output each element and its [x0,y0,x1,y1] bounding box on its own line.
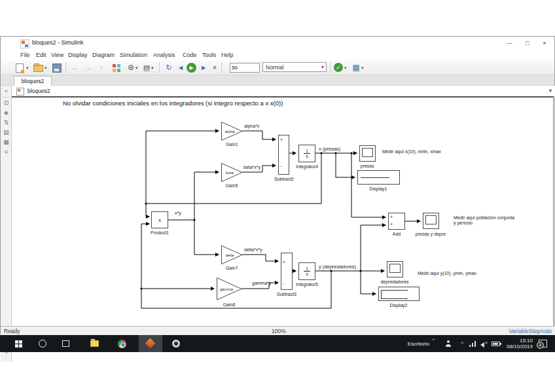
hide-browser-icon[interactable]: « [1,88,12,94]
tab-bar: bloques2 [1,75,554,86]
gain7-param: delta [222,245,238,265]
save-button[interactable] [50,62,62,73]
menu-edit[interactable]: Edit [36,52,46,58]
presas-y-depre-scope-block[interactable] [423,213,439,229]
taskbar-clock[interactable]: 15:10 08/10/2019 [507,338,533,349]
breadcrumb-model[interactable]: bloques2 [27,88,50,94]
window-title: bloques2 - Simulink [32,39,84,46]
presas-scope-block[interactable] [359,145,376,162]
close-button[interactable]: × [537,38,552,48]
model-advisor-check-button[interactable]: ✓ [333,62,345,73]
status-solver-link[interactable]: VariableStepAuto [509,328,552,334]
action-center-icon[interactable]: 2 [539,340,547,347]
toolbar-separator [330,62,331,73]
new-model-dropdown-icon[interactable]: ▾ [26,65,29,71]
maximize-button[interactable]: □ [520,38,535,48]
menu-code[interactable]: Code [183,52,197,58]
sim-mode-select[interactable]: Normal ▾ [262,62,327,72]
stop-icon[interactable]: ■ [209,62,221,73]
depredadores-scope-block[interactable] [387,261,403,277]
forward-icon[interactable]: → [82,62,94,73]
stop-time-input[interactable] [230,63,260,73]
image-icon[interactable]: ▦ [1,139,12,145]
signal-x-presas: x (presas) [319,146,340,152]
check-dropdown-icon[interactable]: ▾ [344,65,347,71]
add-label: Add [393,232,401,236]
cortana-search-button[interactable] [33,335,52,352]
start-button[interactable] [9,335,29,352]
product1-block[interactable]: x [151,211,168,228]
volume-muted-icon[interactable]: × [480,341,488,347]
menu-simulation[interactable]: Simulation [120,52,147,58]
sim-mode-value: Normal [266,64,283,71]
matlab-taskbar-button-active[interactable] [139,335,162,352]
run-button[interactable]: ▶ [186,62,198,73]
subtract3-label: Subtract3 [277,292,296,296]
task-view-button[interactable] [56,335,76,352]
library-browser-button[interactable] [111,62,122,73]
build-dropdown-icon[interactable]: ▾ [361,65,364,71]
network-icon[interactable] [469,341,476,347]
desktop-toolbar-label[interactable]: Escritorio [408,341,429,347]
zoom-icon[interactable]: ⊡ [1,99,12,106]
simulink-window: bloques2 - Simulink — □ × File Edit View… [0,36,555,334]
minimize-button[interactable]: — [502,38,516,48]
file-explorer-button[interactable] [85,335,105,352]
gain7-block[interactable]: delta [221,245,243,265]
gear-dropdown-icon[interactable]: ▾ [135,65,138,71]
add-block[interactable]: + + [388,213,405,230]
menu-view[interactable]: View [51,52,63,58]
step-forward-icon[interactable]: ▶ [198,62,209,73]
toolbar-separator [65,62,66,73]
menu-file[interactable]: File [20,52,30,58]
menu-diagram[interactable]: Diagram [92,52,115,58]
build-button[interactable]: ▦ [350,62,362,73]
presas-y-depre-scope-label: presas y depre [416,232,446,236]
gain5-block[interactable]: beta [221,163,243,183]
dashes-icon[interactable]: ≡ [1,149,12,155]
menu-display[interactable]: Display [68,52,88,58]
screenshot-root: bloques2 - Simulink — □ × File Edit View… [0,0,555,392]
battery-icon[interactable] [492,342,500,346]
gain1-block[interactable]: alpha [221,122,243,141]
toolbar: ▾ ▾ ← → ↑ ⊛ ▾ ▤ ▾ ↻ ◀ ▶ ▶ ■ Normal ▾ [1,60,554,75]
integrator5-block[interactable]: 1s [298,262,315,280]
hidden-icons-chevron[interactable]: ^ [461,340,463,346]
new-model-button[interactable] [14,62,26,73]
display1-label: Display1 [370,187,387,191]
menu-help[interactable]: Help [221,52,234,58]
config-dropdown-icon[interactable]: ▾ [151,65,154,71]
annotation-icon[interactable]: ▤ [1,129,12,135]
perspective-icon[interactable]: ◈ [1,109,12,116]
open-dropdown-icon[interactable]: ▾ [45,65,47,71]
app-taskbar-button[interactable] [166,335,186,352]
desktop-chevron-icon[interactable]: ^ [433,338,435,342]
menu-analysis[interactable]: Analysis [153,52,175,58]
chrome-button[interactable] [113,335,132,352]
up-to-parent-icon[interactable]: ↑ [96,62,107,73]
depredadores-scope-label: depredadores [380,279,408,284]
integrator4-numerator: 1 [304,149,310,154]
gain6-block[interactable]: gamma [217,277,243,300]
back-icon[interactable]: ← [69,62,81,73]
signal-routing-icon[interactable]: ⇅ [1,119,12,126]
display1-block[interactable] [357,170,400,185]
people-icon[interactable] [445,340,452,347]
breadcrumb-dropdown-icon[interactable]: ▾ [549,88,552,94]
signal-delta-xy: delta*x*y [244,247,262,252]
update-diagram-icon[interactable]: ↻ [163,62,175,73]
tab-bloques2[interactable]: bloques2 [14,76,52,86]
subtract2-block[interactable]: + - [278,135,289,175]
integrator4-block[interactable]: 1s [298,145,315,162]
gain1-param: alpha [222,122,238,141]
add-plus-bottom: + [390,222,393,226]
title-bar[interactable]: bloques2 - Simulink — □ × [1,37,554,50]
menu-tools[interactable]: Tools [202,52,216,58]
display2-block[interactable] [378,287,420,301]
signal-beta-xy: beta*x*y [243,165,260,169]
gain7-label: Gain7 [226,266,238,270]
annotation-medir-conjunta-line2: y periodo [454,221,473,226]
step-back-icon[interactable]: ◀ [175,62,187,73]
open-model-button[interactable] [32,62,44,73]
subtract3-block[interactable]: + - [281,253,293,290]
